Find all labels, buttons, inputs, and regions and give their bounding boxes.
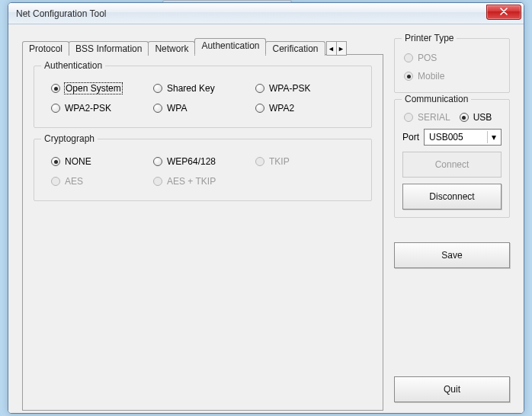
port-select-value: USB005 (429, 132, 463, 142)
radio-label: SERIAL (418, 112, 450, 123)
radio-wpa[interactable]: WPA (153, 103, 252, 114)
cryptograph-group: Cryptograph NONE WEP64/128 (34, 139, 372, 201)
right-column-spacer (394, 274, 510, 376)
client-area: Protocol BSS Information Network Authent… (8, 24, 524, 413)
tab-protocol[interactable]: Protocol (22, 41, 69, 56)
button-label: Save (441, 250, 462, 261)
radio-dot-icon (153, 84, 162, 93)
radio-dot-icon (255, 84, 264, 93)
radio-none[interactable]: NONE (51, 156, 150, 167)
radio-dot-icon (51, 84, 60, 93)
radio-dot-icon (51, 177, 60, 186)
connect-button: Connect (402, 152, 502, 178)
tab-page-authentication: Authentication Open System Shared Key (22, 54, 383, 411)
radio-dot-icon (153, 157, 162, 166)
tab-label: Cerification (272, 43, 318, 54)
radio-label: WPA2 (269, 103, 294, 114)
chevron-right-icon: ► (338, 45, 345, 53)
button-label: Connect (435, 159, 470, 170)
tab-scroll-right-button[interactable]: ► (336, 41, 347, 56)
radio-label: TKIP (269, 156, 290, 167)
radio-wep64-128[interactable]: WEP64/128 (153, 156, 252, 167)
tab-bss-information[interactable]: BSS Information (69, 41, 149, 56)
radio-open-system[interactable]: Open System (51, 83, 150, 94)
radio-label: Mobile (418, 71, 444, 82)
group-title: Authentication (41, 60, 105, 71)
disconnect-button[interactable]: Disconnect (402, 184, 502, 210)
right-column: Printer Type POS Mobile Communication (394, 38, 510, 402)
printer-type-group: Printer Type POS Mobile (394, 38, 510, 93)
radio-pos: POS (404, 53, 498, 63)
tab-authentication[interactable]: Authentication (194, 38, 266, 55)
tab-network[interactable]: Network (148, 41, 195, 56)
window-title: Net Configuration Tool (16, 8, 107, 19)
radio-dot-icon (51, 157, 60, 166)
radio-dot-icon (153, 104, 162, 113)
radio-dot-icon (255, 157, 264, 166)
radio-label: USB (473, 112, 492, 123)
radio-label: WPA-PSK (269, 83, 310, 94)
radio-dot-icon (404, 72, 413, 81)
radio-label: NONE (65, 156, 91, 167)
window-close-button[interactable] (486, 5, 521, 20)
button-label: Disconnect (429, 191, 474, 202)
tab-label: Protocol (29, 43, 62, 54)
radio-dot-icon (255, 104, 264, 113)
radio-dot-icon (404, 113, 413, 122)
communication-group: Communication SERIAL USB Port (394, 99, 510, 218)
main-window: Net Configuration Tool Protocol BSS Info… (8, 2, 524, 414)
port-select[interactable]: USB005 ▾ (424, 129, 502, 146)
radio-serial: SERIAL (404, 112, 450, 123)
radio-label: AES (65, 176, 83, 187)
radio-label: WPA (167, 103, 187, 114)
radio-dot-icon (51, 104, 60, 113)
button-label: Quit (444, 384, 460, 395)
tab-label: Authentication (201, 40, 259, 51)
close-icon (500, 7, 508, 18)
tab-label: Network (155, 43, 188, 54)
radio-label: WEP64/128 (167, 156, 216, 167)
radio-aes-tkip: AES + TKIP (153, 176, 252, 187)
radio-label: Open System (65, 83, 122, 94)
quit-button[interactable]: Quit (394, 376, 510, 402)
group-title: Communication (402, 94, 471, 104)
chevron-down-icon: ▾ (487, 131, 499, 143)
port-row: Port USB005 ▾ (402, 129, 502, 146)
chevron-left-icon: ◄ (328, 45, 335, 53)
tab-row: Protocol BSS Information Network Authent… (22, 38, 383, 55)
radio-wpa2[interactable]: WPA2 (255, 103, 354, 114)
radio-tkip: TKIP (255, 156, 354, 167)
titlebar[interactable]: Net Configuration Tool (8, 3, 524, 24)
radio-label: AES + TKIP (167, 176, 216, 187)
radio-shared-key[interactable]: Shared Key (153, 83, 252, 94)
radio-wpa-psk[interactable]: WPA-PSK (255, 83, 354, 94)
tab-scroll-left-button[interactable]: ◄ (326, 41, 337, 56)
radio-wpa2-psk[interactable]: WPA2-PSK (51, 103, 150, 114)
tab-scroll-controls: ◄ ► (326, 41, 346, 56)
radio-usb[interactable]: USB (460, 112, 492, 123)
port-label: Port (402, 132, 419, 142)
left-column: Protocol BSS Information Network Authent… (22, 38, 383, 402)
tab-cerification[interactable]: Cerification (265, 41, 325, 56)
group-title: Cryptograph (41, 133, 98, 144)
radio-aes: AES (51, 176, 150, 187)
tab-label: BSS Information (75, 43, 142, 54)
save-button[interactable]: Save (394, 242, 510, 268)
radio-label: POS (418, 53, 437, 63)
authentication-group: Authentication Open System Shared Key (34, 66, 372, 128)
radio-mobile: Mobile (404, 71, 498, 82)
radio-dot-icon (153, 177, 162, 186)
radio-dot-icon (404, 53, 413, 62)
radio-label: WPA2-PSK (65, 103, 111, 114)
radio-dot-icon (460, 113, 469, 122)
radio-label: Shared Key (167, 83, 215, 94)
group-title: Printer Type (402, 33, 457, 43)
